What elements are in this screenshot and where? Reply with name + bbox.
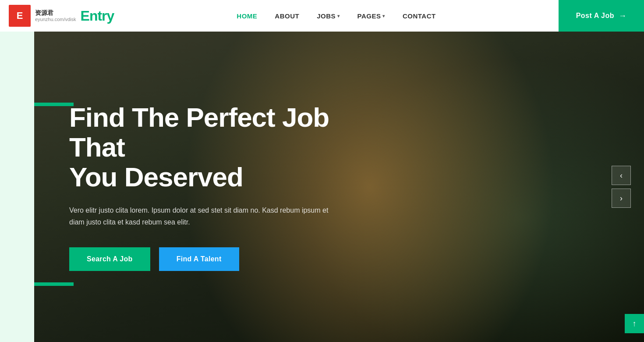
hero-section: Find The Perfect Job That You Deserved V… [34,32,644,342]
scroll-top-button[interactable]: ↑ [625,314,644,333]
hero-subtext: Vero elitr justo clita lorem. Ipsum dolo… [69,204,341,228]
nav-item-jobs[interactable]: JOBS ▾ [317,12,340,20]
nav-item-contact[interactable]: CONTACT [403,12,436,20]
nav-item-about[interactable]: ABOUT [275,12,299,20]
brand-logo-icon: E [9,5,31,27]
post-job-label: Post A Job [576,12,614,20]
hero-buttons: Search A Job Find A Talent [69,247,350,271]
find-talent-button[interactable]: Find A Talent [159,247,239,271]
pages-dropdown-icon: ▾ [382,14,385,18]
hero-content: Find The Perfect Job That You Deserved V… [34,32,385,342]
post-job-arrow-icon: → [619,11,626,21]
scroll-top-icon: ↑ [633,319,637,328]
navbar: E 资源君 eyunzhu.com/vdisk Entry HOME ABOUT… [0,0,644,32]
carousel-next-button[interactable]: › [612,189,631,208]
nav-item-home[interactable]: HOME [237,12,257,20]
nav-item-pages[interactable]: PAGES ▾ [357,12,385,20]
carousel-prev-button[interactable]: ‹ [612,166,631,185]
post-job-button[interactable]: Post A Job → [559,0,644,32]
brand: E 资源君 eyunzhu.com/vdisk Entry [9,5,114,27]
left-strip [0,32,34,342]
brand-text: 资源君 eyunzhu.com/vdisk [35,9,76,22]
jobs-dropdown-icon: ▾ [337,14,340,18]
brand-name: Entry [81,8,114,24]
hero-heading: Find The Perfect Job That You Deserved [69,103,350,192]
brand-sub: eyunzhu.com/vdisk [35,17,76,22]
nav-menu: HOME ABOUT JOBS ▾ PAGES ▾ CONTACT [237,12,435,20]
carousel-controls: ‹ › [612,166,631,208]
search-job-button[interactable]: Search A Job [69,247,150,271]
brand-chinese: 资源君 [35,9,76,17]
